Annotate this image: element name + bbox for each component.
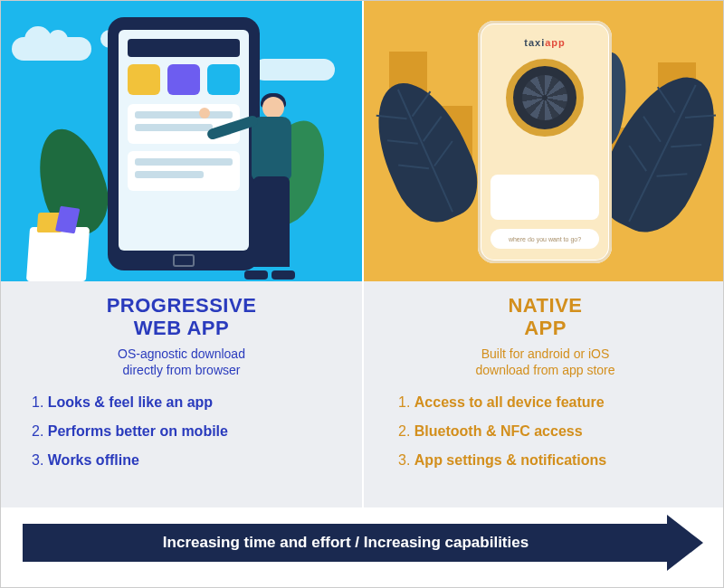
arrow-label: Increasing time and effort / Increasing … bbox=[23, 524, 669, 562]
native-feature-list: Access to all device feature Bluetooth &… bbox=[391, 394, 700, 469]
subtitle-line: OS-agnostic download bbox=[118, 346, 245, 361]
comparison-infographic: PROGRESSIVE WEB APP OS-agnostic download… bbox=[0, 0, 724, 588]
native-subtitle: Built for android or iOS download from a… bbox=[391, 346, 700, 378]
wheel-icon bbox=[506, 59, 584, 137]
progression-arrow: Increasing time and effort / Increasing … bbox=[23, 524, 701, 571]
title-line: PROGRESSIVE bbox=[107, 294, 257, 317]
brand-part: taxi bbox=[524, 37, 545, 48]
brand-part: app bbox=[545, 37, 566, 48]
title-line: WEB APP bbox=[134, 317, 229, 339]
list-item: Bluetooth & NFC access bbox=[398, 423, 700, 440]
list-item: Performs better on mobile bbox=[32, 423, 338, 440]
mock-card-icon bbox=[491, 175, 599, 220]
native-column: taxiapp where do you want to go? NATIVE … bbox=[362, 1, 723, 507]
native-title: NATIVE APP bbox=[391, 294, 700, 340]
list-item: Works offline bbox=[32, 452, 338, 469]
subtitle-line: directly from browser bbox=[123, 363, 241, 377]
pwa-hero-illustration bbox=[1, 1, 362, 281]
native-hero-illustration: taxiapp where do you want to go? bbox=[362, 1, 723, 281]
pwa-feature-list: Looks & feel like an app Performs better… bbox=[24, 394, 338, 469]
list-item: Access to all device feature bbox=[398, 394, 700, 411]
person-illustration-icon bbox=[224, 90, 308, 280]
document-icon bbox=[55, 206, 80, 234]
cloud-icon bbox=[12, 37, 91, 61]
subtitle-line: Built for android or iOS bbox=[481, 346, 610, 361]
file-box-icon bbox=[26, 227, 90, 281]
column-divider bbox=[362, 1, 364, 515]
mock-input-placeholder: where do you want to go? bbox=[491, 229, 599, 249]
pwa-title: PROGRESSIVE WEB APP bbox=[24, 294, 338, 340]
list-item: Looks & feel like an app bbox=[32, 394, 338, 411]
native-info: NATIVE APP Built for android or iOS down… bbox=[362, 281, 723, 507]
arrow-head-icon bbox=[667, 515, 703, 571]
title-line: NATIVE bbox=[508, 294, 582, 317]
title-line: APP bbox=[524, 317, 567, 339]
pwa-subtitle: OS-agnostic download directly from brows… bbox=[24, 346, 338, 378]
pwa-info: PROGRESSIVE WEB APP OS-agnostic download… bbox=[1, 281, 362, 507]
home-button-icon bbox=[173, 254, 195, 267]
cloud-icon bbox=[253, 59, 335, 81]
subtitle-line: download from app store bbox=[475, 363, 614, 377]
list-item: App settings & notifications bbox=[398, 452, 700, 469]
pwa-column: PROGRESSIVE WEB APP OS-agnostic download… bbox=[1, 1, 362, 507]
mock-app-brand: taxiapp bbox=[491, 37, 599, 48]
phone-mockup-icon: taxiapp where do you want to go? bbox=[478, 21, 612, 263]
